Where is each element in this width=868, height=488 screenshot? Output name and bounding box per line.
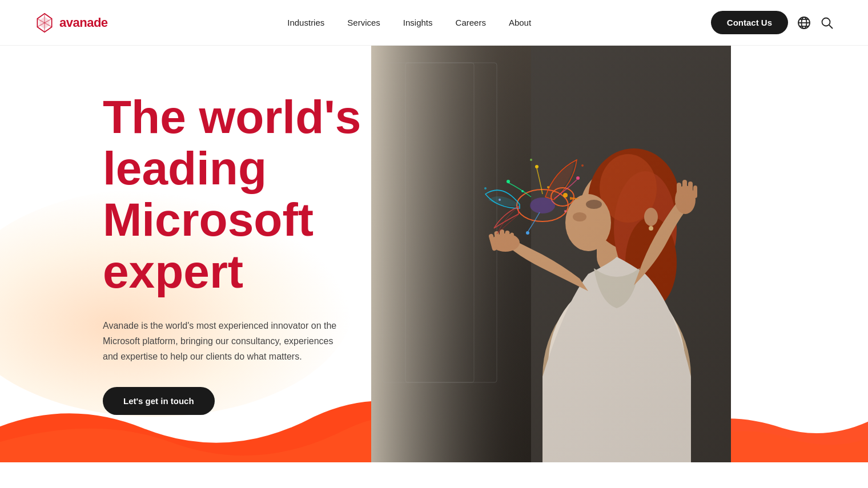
hero-title-line4: expert bbox=[103, 245, 243, 297]
logo[interactable]: avanade bbox=[34, 13, 108, 33]
hero-title: The world's leading Microsoft expert bbox=[103, 91, 377, 297]
nav-item-services[interactable]: Services bbox=[347, 18, 380, 28]
svg-line-11 bbox=[829, 25, 833, 29]
nav-item-insights[interactable]: Insights bbox=[403, 18, 433, 28]
hero-section: The world's leading Microsoft expert Ava… bbox=[0, 46, 868, 462]
logo-text: avanade bbox=[59, 15, 108, 30]
svg-rect-58 bbox=[371, 46, 731, 462]
logo-icon bbox=[34, 13, 55, 33]
hero-title-line1: The world's bbox=[103, 91, 361, 143]
hero-image bbox=[371, 46, 731, 462]
nav-right: Contact Us bbox=[711, 11, 834, 34]
hero-illustration bbox=[371, 46, 731, 462]
nav-item-careers[interactable]: Careers bbox=[456, 18, 486, 28]
hero-description: Avanade is the world's most experienced … bbox=[103, 318, 343, 365]
globe-button[interactable] bbox=[797, 16, 811, 30]
search-icon bbox=[820, 16, 834, 30]
hero-title-line2: leading bbox=[103, 142, 267, 194]
hero-cta-button[interactable]: Let's get in touch bbox=[103, 387, 215, 415]
hero-content: The world's leading Microsoft expert Ava… bbox=[103, 80, 377, 415]
navigation: avanade Industries Services Insights Car… bbox=[0, 0, 868, 46]
nav-item-industries[interactable]: Industries bbox=[287, 18, 324, 28]
svg-point-10 bbox=[822, 18, 830, 26]
contact-us-button[interactable]: Contact Us bbox=[711, 11, 788, 34]
globe-icon bbox=[797, 16, 811, 30]
search-button[interactable] bbox=[820, 16, 834, 30]
nav-item-about[interactable]: About bbox=[509, 18, 531, 28]
hero-title-line3: Microsoft bbox=[103, 193, 314, 245]
nav-links: Industries Services Insights Careers Abo… bbox=[287, 18, 531, 28]
